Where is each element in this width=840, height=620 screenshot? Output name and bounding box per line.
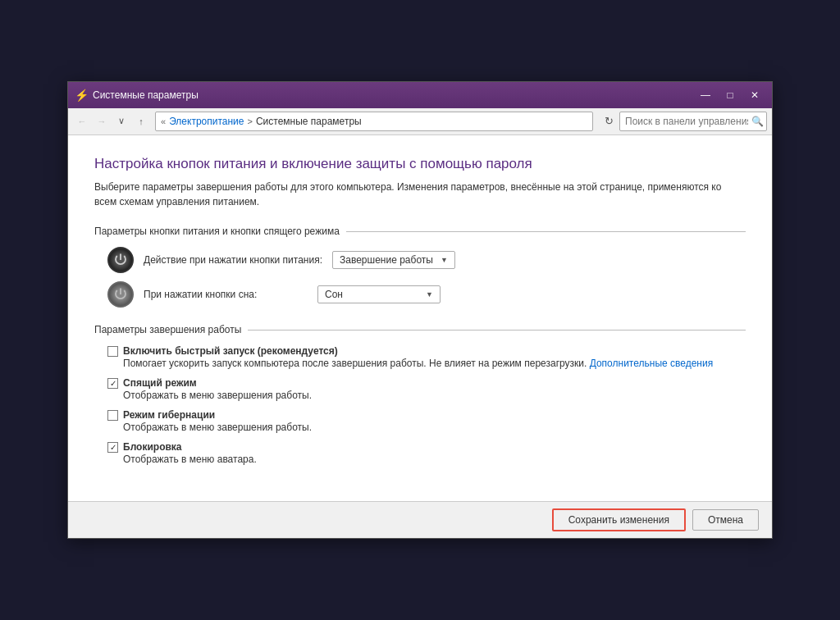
power-button-option: Действие при нажатии кнопки питания: Зав… (107, 247, 746, 273)
page-title: Настройка кнопок питания и включение защ… (94, 155, 746, 173)
window-title: Системные параметры (93, 89, 695, 101)
search-bar: 🔍 (619, 112, 767, 131)
shutdown-section-title: Параметры завершения работы (94, 324, 248, 335)
power-section-title: Параметры кнопки питания и кнопки спящег… (94, 226, 346, 237)
section-divider-2 (248, 330, 746, 331)
sleep-action-dropdown[interactable]: Сон ▼ (317, 285, 441, 303)
title-bar: ⚡ Системные параметры — □ ✕ (68, 82, 772, 108)
lock-desc: Отображать в меню аватара. (107, 454, 746, 465)
fast-start-label: Включить быстрый запуск (рекомендуется) (123, 345, 338, 357)
sleep-checkbox-wrap: Спящий режим (107, 377, 746, 389)
address-bar[interactable]: « Электропитание > Системные параметры (155, 112, 593, 131)
refresh-button[interactable]: ↻ (600, 112, 618, 130)
sleep-button-icon (107, 281, 134, 308)
section-divider (346, 231, 746, 232)
fast-start-checkbox-wrap: Включить быстрый запуск (рекомендуется) (107, 345, 746, 357)
back-button[interactable]: ← (73, 112, 91, 130)
close-button[interactable]: ✕ (744, 87, 765, 103)
hibernate-desc: Отображать в меню завершения работы. (107, 422, 746, 433)
hibernate-checkbox[interactable] (107, 410, 118, 421)
breadcrumb: « Электропитание > Системные параметры (161, 116, 362, 127)
navigation-bar: ← → ∨ ↑ « Электропитание > Системные пар… (68, 108, 772, 135)
sleep-label: Спящий режим (123, 377, 197, 389)
power-options: Действие при нажатии кнопки питания: Зав… (94, 247, 746, 308)
search-icon: 🔍 (751, 116, 764, 127)
fast-start-checkbox[interactable] (107, 346, 118, 357)
up-button[interactable]: ↑ (132, 112, 150, 130)
page-description: Выберите параметры завершения работы для… (94, 180, 746, 209)
main-window: ⚡ Системные параметры — □ ✕ ← → ∨ ↑ « Эл… (67, 81, 773, 539)
search-input[interactable] (625, 116, 748, 127)
shutdown-section-header: Параметры завершения работы (94, 324, 746, 335)
breadcrumb-prefix: « (161, 116, 166, 126)
lock-checkbox-wrap: Блокировка (107, 441, 746, 453)
main-content: Настройка кнопок питания и включение защ… (68, 135, 772, 501)
power-button-section: Параметры кнопки питания и кнопки спящег… (94, 226, 746, 308)
window-icon: ⚡ (75, 89, 88, 102)
hibernate-label: Режим гибернации (123, 409, 215, 421)
hibernate-checkbox-wrap: Режим гибернации (107, 409, 746, 421)
bottom-bar: Сохранить изменения Отмена (68, 501, 772, 538)
save-button[interactable]: Сохранить изменения (552, 508, 686, 531)
lock-option: Блокировка Отображать в меню аватара. (107, 441, 746, 465)
minimize-button[interactable]: — (695, 87, 716, 103)
lock-label: Блокировка (123, 441, 182, 453)
shutdown-section: Параметры завершения работы Включить быс… (94, 324, 746, 465)
sleep-button-option: При нажатии кнопки сна: Сон ▼ (107, 281, 746, 308)
breadcrumb-separator: > (248, 116, 253, 126)
hibernate-option: Режим гибернации Отображать в меню завер… (107, 409, 746, 433)
power-action-value: Завершение работы (340, 254, 433, 266)
dropdown-button[interactable]: ∨ (112, 112, 130, 130)
window-controls: — □ ✕ (695, 87, 765, 103)
forward-button[interactable]: → (93, 112, 111, 130)
fast-start-link[interactable]: Дополнительные сведения (590, 358, 713, 369)
cancel-button[interactable]: Отмена (692, 509, 759, 531)
maximize-button[interactable]: □ (719, 87, 741, 103)
power-button-icon (107, 247, 134, 273)
power-button-label: Действие при нажатии кнопки питания: (144, 254, 322, 266)
sleep-action-value: Сон (325, 289, 343, 300)
sleep-checkbox[interactable] (107, 378, 118, 389)
breadcrumb-parent-link[interactable]: Электропитание (169, 116, 244, 127)
fast-start-desc-text: Помогает ускорить запуск компьютера посл… (123, 358, 590, 369)
breadcrumb-current: Системные параметры (256, 116, 362, 127)
sleep-mode-option: Спящий режим Отображать в меню завершени… (107, 377, 746, 401)
power-section-header: Параметры кнопки питания и кнопки спящег… (94, 226, 746, 237)
lock-checkbox[interactable] (107, 442, 118, 453)
fast-start-option: Включить быстрый запуск (рекомендуется) … (107, 345, 746, 369)
dropdown-arrow-icon: ▼ (441, 256, 448, 264)
sleep-button-label: При нажатии кнопки сна: (144, 289, 308, 300)
sleep-desc: Отображать в меню завершения работы. (107, 390, 746, 401)
fast-start-desc: Помогает ускорить запуск компьютера посл… (107, 358, 746, 369)
power-action-dropdown[interactable]: Завершение работы ▼ (332, 251, 455, 269)
shutdown-options: Включить быстрый запуск (рекомендуется) … (94, 345, 746, 465)
dropdown-arrow-icon-2: ▼ (426, 290, 433, 299)
